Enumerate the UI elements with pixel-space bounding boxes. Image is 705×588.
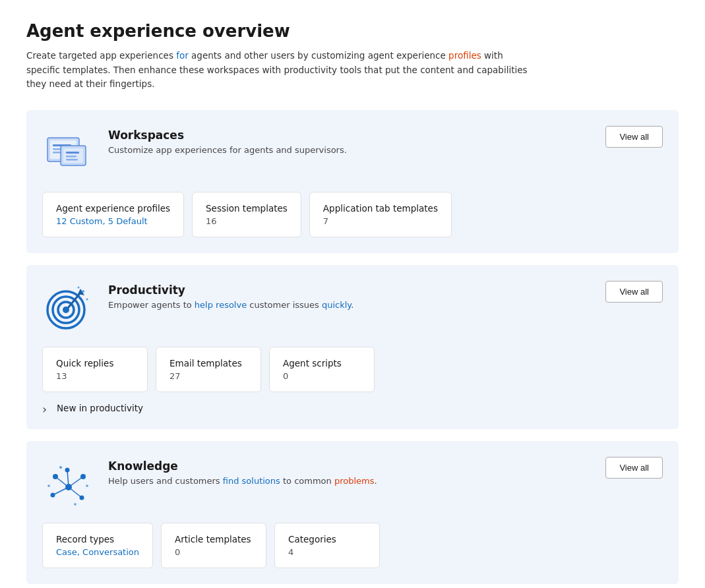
svg-point-31 (86, 485, 88, 487)
chevron-right-icon (42, 403, 51, 413)
email-templates-card: Email templates 27 (156, 347, 261, 392)
categories-title: Categories (288, 534, 366, 544)
svg-point-32 (47, 485, 50, 487)
agent-scripts-title: Agent scripts (283, 358, 361, 368)
record-types-title: Record types (56, 534, 139, 544)
svg-line-25 (55, 477, 69, 487)
svg-point-33 (74, 503, 77, 506)
application-tab-templates-card: Application tab templates 7 (309, 192, 452, 237)
productivity-section: Productivity Empower agents to help reso… (26, 265, 679, 429)
svg-line-26 (69, 477, 83, 487)
productivity-title-block: Productivity Empower agents to help reso… (108, 281, 353, 311)
quick-replies-card: Quick replies 13 (42, 347, 148, 392)
workspaces-left: Workspaces Customize app experiences for… (42, 126, 347, 179)
article-templates-title: Article templates (175, 534, 253, 544)
session-templates-card: Session templates 16 (192, 192, 301, 237)
workspaces-view-all-button[interactable]: View all (605, 126, 663, 148)
svg-point-30 (59, 466, 62, 469)
productivity-title: Productivity (108, 283, 353, 297)
categories-value: 4 (288, 547, 366, 557)
agent-experience-profiles-card: Agent experience profiles 12 Custom, 5 D… (42, 192, 184, 237)
email-templates-title: Email templates (169, 358, 247, 368)
knowledge-icon (42, 457, 95, 510)
page-title: Agent experience overview (26, 21, 679, 41)
workspaces-icon (42, 126, 95, 179)
svg-point-18 (78, 286, 80, 288)
productivity-link-quickly[interactable]: quickly (322, 300, 351, 310)
workspaces-cards-row: Agent experience profiles 12 Custom, 5 D… (42, 192, 663, 237)
application-tab-templates-value: 7 (323, 216, 438, 226)
productivity-view-all-button[interactable]: View all (605, 281, 663, 303)
record-types-card: Record types Case, Conversation (42, 523, 153, 568)
desc-link-for[interactable]: for (176, 50, 189, 61)
knowledge-left: Knowledge Help users and customers find … (42, 457, 377, 510)
page-container: Agent experience overview Create targete… (0, 0, 705, 588)
svg-rect-8 (66, 156, 77, 158)
workspaces-subtitle: Customize app experiences for agents and… (108, 144, 347, 156)
productivity-header: Productivity Empower agents to help reso… (42, 281, 663, 334)
productivity-left: Productivity Empower agents to help reso… (42, 281, 353, 334)
new-in-productivity-row[interactable]: New in productivity (42, 403, 663, 413)
quick-replies-value: 13 (56, 371, 134, 381)
svg-rect-9 (66, 159, 78, 161)
productivity-link-help[interactable]: help resolve (195, 300, 247, 310)
page-description: Create targeted app experiences for agen… (26, 49, 528, 92)
knowledge-link-problems[interactable]: problems (334, 476, 375, 486)
desc-link-profiles[interactable]: profiles (448, 50, 481, 61)
session-templates-title: Session templates (206, 203, 288, 214)
knowledge-link-find[interactable]: find solutions (223, 476, 280, 486)
productivity-subtitle: Empower agents to help resolve customer … (108, 299, 353, 311)
workspaces-section: Workspaces Customize app experiences for… (26, 110, 679, 253)
knowledge-section: Knowledge Help users and customers find … (26, 441, 679, 584)
productivity-cards-row: Quick replies 13 Email templates 27 Agen… (42, 347, 663, 392)
productivity-icon (42, 281, 95, 334)
categories-card: Categories 4 (274, 523, 380, 568)
svg-line-28 (69, 487, 82, 498)
svg-point-16 (82, 290, 84, 293)
article-templates-value: 0 (175, 547, 253, 557)
knowledge-header: Knowledge Help users and customers find … (42, 457, 663, 510)
knowledge-view-all-button[interactable]: View all (605, 457, 663, 479)
new-in-productivity-label: New in productivity (57, 403, 143, 413)
knowledge-title: Knowledge (108, 459, 377, 473)
article-templates-card: Article templates 0 (161, 523, 266, 568)
svg-point-17 (86, 298, 88, 300)
svg-rect-7 (66, 152, 79, 154)
knowledge-cards-row: Record types Case, Conversation Article … (42, 523, 663, 568)
workspaces-title-block: Workspaces Customize app experiences for… (108, 126, 347, 156)
agent-scripts-card: Agent scripts 0 (269, 347, 375, 392)
knowledge-subtitle: Help users and customers find solutions … (108, 475, 377, 487)
agent-experience-profiles-value: 12 Custom, 5 Default (56, 216, 170, 226)
knowledge-title-block: Knowledge Help users and customers find … (108, 457, 377, 487)
agent-experience-profiles-title: Agent experience profiles (56, 203, 170, 214)
workspaces-title: Workspaces (108, 129, 347, 142)
application-tab-templates-title: Application tab templates (323, 203, 438, 214)
svg-line-27 (53, 487, 69, 495)
workspaces-header: Workspaces Customize app experiences for… (42, 126, 663, 179)
email-templates-value: 27 (169, 371, 247, 381)
record-types-value: Case, Conversation (56, 547, 139, 557)
session-templates-value: 16 (206, 216, 288, 226)
quick-replies-title: Quick replies (56, 358, 134, 368)
agent-scripts-value: 0 (283, 371, 361, 381)
